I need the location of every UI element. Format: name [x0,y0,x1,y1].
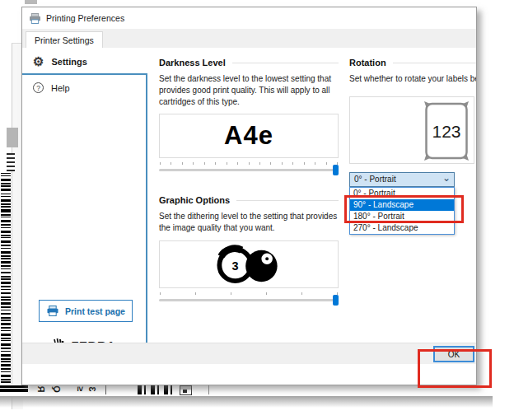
darkness-preview-text: A4e [224,121,273,151]
sidebar: ⚙ Settings ? Help Print test pag [22,48,147,364]
tab-strip: Printer Settings [22,29,476,48]
divider [232,63,339,63]
rotation-description: Set whether to rotate your labels before… [349,73,477,85]
titlebar[interactable]: Printing Preferences [22,7,476,29]
darkness-slider[interactable] [159,162,339,180]
background-scrollbar-block [7,128,18,147]
slider-thumb[interactable] [333,295,339,306]
print-test-page-button[interactable]: Print test page [39,300,133,322]
divider [236,200,339,201]
printer-icon [46,306,59,316]
dialog-footer: OK [22,343,476,364]
graphic-options-description: Set the dithering level to the setting t… [159,211,339,234]
print-test-page-label: Print test page [65,306,125,316]
chevron-down-icon: ⌄ [442,172,451,184]
divider [105,385,106,394]
help-icon: ? [33,82,44,93]
divider [208,385,209,394]
sidebar-item-help[interactable]: ? Help [33,82,146,93]
background-shadow [0,396,493,408]
window-title: Printing Preferences [46,13,124,23]
sidebar-panel: ? Help Print test page [22,73,147,364]
printer-icon [29,13,41,24]
screenshot-canvas: R Q ≤ 3 Printing Preferences Printer Set… [0,0,514,420]
tab-printer-settings[interactable]: Printer Settings [26,31,103,48]
darkness-section: Darkness Level Set the darkness level to… [159,58,339,180]
background-barcode-blocks [138,385,175,394]
background-label-icon [180,385,192,395]
dithering-slider[interactable] [159,292,339,310]
annotation-rect-landscape-option [344,195,464,223]
slider-ticks [159,162,339,166]
dithering-preview: 3 [159,240,339,288]
darkness-preview: A4e [159,114,339,158]
section-title-graphic-options: Graphic Options [159,195,230,205]
ball-number: 3 [232,259,239,273]
option-270-landscape[interactable]: 270° - Landscape [350,222,454,234]
slider-track[interactable] [159,299,339,301]
rotation-dropdown[interactable]: 0° - Portrait ⌄ [349,172,455,187]
graphic-options-section: Graphic Options Set the dithering level … [159,195,339,310]
divider [393,63,477,63]
label-preview-text: 123 [432,122,460,141]
darkness-description: Set the darkness level to the lowest set… [159,73,339,107]
rotated-glyph: 3 [86,386,97,391]
background-window-fragment [25,0,37,4]
dither-preview-image: 3 [208,243,290,286]
rotated-glyph: ≤ [75,386,86,391]
section-title-darkness: Darkness Level [159,58,226,68]
sidebar-item-settings[interactable]: ⚙ Settings [33,55,147,68]
rotated-glyph: Q [51,385,62,393]
rotation-selected-value: 0° - Portrait [354,175,396,184]
slider-thumb[interactable] [333,165,339,175]
slider-ticks [159,292,339,296]
section-title-rotation: Rotation [349,58,386,68]
rotation-preview: 123 [349,96,474,164]
annotation-rect-ok-button [418,349,492,388]
sidebar-item-label: Help [51,83,70,93]
background-label-strip: R Q ≤ 3 [0,384,479,396]
settings-column-left: Darkness Level Set the darkness level to… [159,58,339,310]
background-barcode-fragment [7,153,15,171]
slider-track[interactable] [159,169,339,171]
rotated-glyph: R [35,386,46,393]
sidebar-item-label: Settings [51,57,86,67]
label-preview-image: 123 [423,100,470,161]
background-barcode-bar [0,385,28,392]
gear-icon: ⚙ [33,55,44,68]
background-barcode-vertical [1,173,11,389]
